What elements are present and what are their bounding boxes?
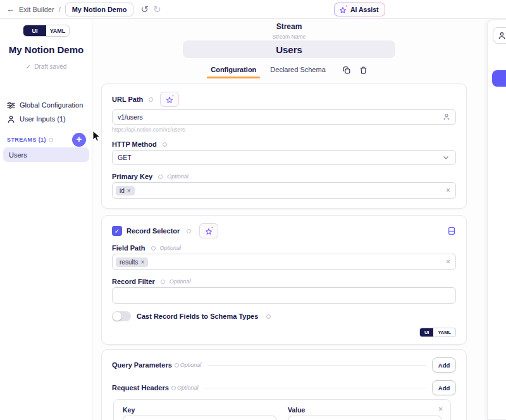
check-icon: ✓ [26,63,31,70]
stream-actions [342,66,367,78]
stream-editor: Stream Stream Name Configuration Declare… [92,19,486,420]
record-filter-input[interactable] [118,292,450,299]
info-icon[interactable] [158,175,163,179]
add-query-parameter-button[interactable]: Add [432,357,456,373]
test-stream-button[interactable] [492,70,506,87]
ai-suggest-selector-button[interactable]: + [199,223,218,238]
request-options-card: Query Parameters Optional Add Request He… [101,349,467,420]
record-selector-checkbox[interactable]: ✓ [112,226,122,236]
sidebar-stream-users[interactable]: Users [3,147,89,162]
record-selector-card: ✓ Record Selector + Field Path Optional [101,215,467,345]
info-icon[interactable] [163,142,167,147]
url-path-input[interactable] [118,113,443,121]
breadcrumb-separator: / [59,6,61,13]
header-key-input-wrap [123,416,276,420]
chip-label: results [120,259,138,266]
http-method-select[interactable]: GET [112,150,456,165]
selector-ui-yaml-toggle: UI YAML [419,328,456,337]
add-stream-button[interactable]: + [72,133,86,147]
tab-declared-schema[interactable]: Declared Schema [270,66,325,78]
header-key-label: Key [123,406,276,414]
chip-label: id [120,187,125,194]
sidebar-item-label: User Inputs (1) [20,115,66,123]
optional-label: Optional [177,385,199,391]
toggle-knob [113,312,121,321]
optional-label: Optional [167,173,188,180]
ai-suggest-url-button[interactable]: + [160,92,179,107]
stream-tabs: Configuration Declared Schema [92,66,486,78]
sparkle-icon: + [205,227,213,235]
info-icon[interactable] [49,138,53,142]
info-icon[interactable] [161,280,165,284]
exit-builder-link[interactable]: Exit Builder [19,6,54,13]
person-icon [498,32,506,40]
testing-values-button[interactable] [493,27,506,44]
ai-assist-inner: + AI Assist [335,3,385,16]
divider-line [204,388,426,388]
remove-tag-icon[interactable]: × [140,259,144,266]
clear-field-icon[interactable]: × [446,257,450,266]
magic-btn-face: + [161,92,178,106]
url-path-input-wrap [112,109,456,125]
info-icon[interactable] [149,97,153,102]
optional-label: Optional [160,245,182,251]
stream-name-input[interactable] [183,40,395,58]
tab-configuration[interactable]: Configuration [211,66,256,78]
sidebar: UI YAML My Notion Demo ✓Draft saved Glob… [0,19,92,420]
copy-stream-icon[interactable] [342,66,351,75]
cast-fields-toggle[interactable] [112,311,131,321]
redo-button[interactable]: ↻ [153,4,161,14]
toggle-ui[interactable]: UI [23,25,46,36]
info-icon[interactable] [151,246,156,250]
optional-label: Optional [170,278,191,285]
primary-key-input[interactable]: id × × [112,182,456,199]
record-filter-label: Record Filter [112,278,155,285]
clear-field-icon[interactable]: × [446,186,450,195]
remove-header-icon[interactable]: × [438,405,443,414]
stream-name-label: Stream Name [92,34,486,40]
add-request-header-button[interactable]: Add [432,380,456,395]
ai-assist-button[interactable]: + AI Assist [334,3,385,16]
tag-chip-results: results × [116,257,148,267]
remove-tag-icon[interactable]: × [127,187,131,194]
connector-title: My Notion Demo [0,44,92,55]
info-icon[interactable] [171,386,176,390]
docs-icon[interactable] [447,226,456,235]
toggle-yaml[interactable]: YAML [433,328,455,337]
testing-panel [487,19,506,420]
sliders-icon [7,101,15,109]
request-header-item: × Key Value [113,399,451,420]
connector-builder-app: ← Exit Builder / My Notion Demo ↺ ↻ + AI… [0,0,506,420]
sidebar-item-user-inputs[interactable]: User Inputs (1) [0,114,92,124]
cast-fields-label: Cast Record Fields to Schema Types [137,312,258,320]
query-parameters-row: Query Parameters Optional Add [112,357,456,373]
field-path-label: Field Path [112,244,145,252]
divider-line [207,365,426,366]
record-selector-label: Record Selector [126,227,180,235]
back-arrow-icon[interactable]: ← [6,4,15,14]
sidebar-item-global-configuration[interactable]: Global Configuration [0,100,92,110]
info-icon[interactable] [175,363,179,368]
ui-yaml-toggle: UI YAML [23,25,70,37]
info-icon[interactable] [266,314,271,319]
requester-card: URL Path + https://api.notion.com/v1/use… [101,83,467,209]
sidebar-item-label: Global Configuration [20,101,83,109]
stream-panel-title: Stream [92,22,486,31]
query-parameters-label: Query Parameters [112,361,172,369]
sparkle-icon: + [339,6,347,14]
toggle-ui[interactable]: UI [420,328,434,337]
chevron-down-icon [443,154,449,161]
header-value-input-wrap [288,416,441,420]
user-input-icon[interactable] [443,113,450,121]
delete-stream-icon[interactable] [359,66,367,75]
field-path-input[interactable]: results × × [112,254,456,270]
info-icon[interactable] [187,229,191,233]
ai-assist-label: AI Assist [350,6,379,13]
tag-chip-id: id × [116,186,135,195]
toggle-yaml[interactable]: YAML [46,25,69,36]
sparkle-icon: + [166,96,174,104]
url-preview: https://api.notion.com/v1/users [112,127,456,133]
undo-button[interactable]: ↺ [140,4,149,14]
project-name-field[interactable]: My Notion Demo [65,3,134,16]
top-bar: ← Exit Builder / My Notion Demo ↺ ↻ + AI… [0,0,506,19]
